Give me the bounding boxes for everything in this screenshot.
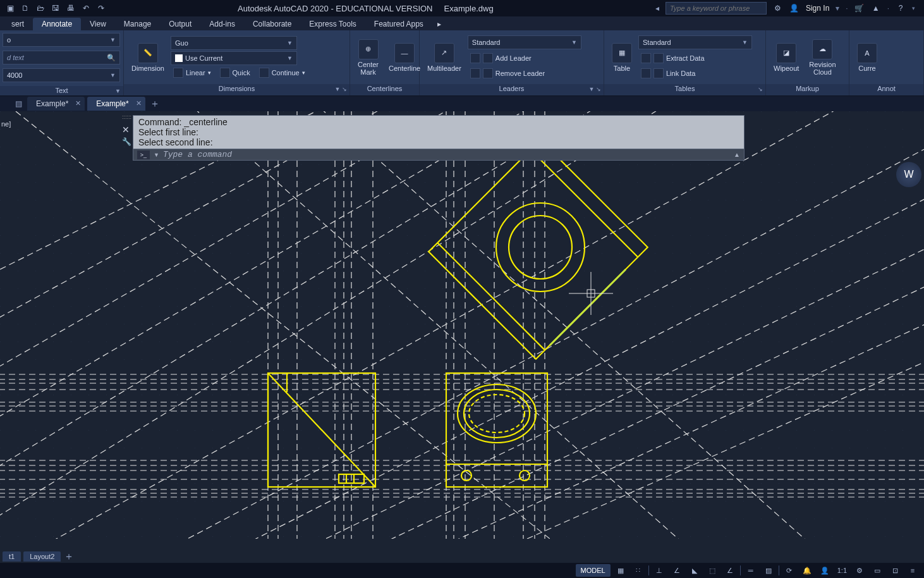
panel-markup: ◪Wipeout ☁Revision Cloud Markup bbox=[766, 30, 849, 95]
tab-insert[interactable]: sert bbox=[3, 18, 33, 30]
cart-icon[interactable]: 🛒 bbox=[854, 3, 865, 13]
app-icon[interactable]: ▣ bbox=[5, 3, 15, 13]
cmd-recent-icon[interactable]: ▼ bbox=[154, 152, 159, 158]
filetab-1[interactable]: Example*✕ bbox=[87, 97, 145, 111]
leader-style-dropdown[interactable]: Standard▼ bbox=[468, 35, 581, 49]
search-prev-icon[interactable]: ◂ bbox=[655, 4, 659, 13]
panel-dimensions-label[interactable]: Dimensions ▼ ↘ bbox=[124, 84, 350, 95]
ortho-icon[interactable]: ⊥ bbox=[652, 564, 667, 577]
lineweight-icon[interactable]: ═ bbox=[743, 564, 758, 577]
tab-play[interactable]: ▸ bbox=[432, 18, 446, 30]
grid-icon[interactable]: ▦ bbox=[613, 564, 628, 577]
add-leader-button[interactable]: Add Leader bbox=[468, 52, 581, 65]
leader-tool-a-icon[interactable] bbox=[470, 53, 480, 63]
centerline-button[interactable]: —Centerline bbox=[385, 42, 424, 73]
dimension-button[interactable]: 📏Dimension bbox=[128, 42, 168, 73]
clean-icon[interactable]: ⊡ bbox=[887, 564, 903, 577]
iso-icon[interactable]: ◣ bbox=[687, 564, 702, 577]
viewcube[interactable]: W bbox=[896, 162, 921, 187]
wipeout-button[interactable]: ◪Wipeout bbox=[770, 42, 803, 73]
menu-icon[interactable]: ≡ bbox=[905, 564, 920, 577]
close-icon[interactable]: ✕ bbox=[75, 99, 81, 108]
command-input[interactable]: Type a command bbox=[163, 150, 232, 159]
tab-collaborate[interactable]: Collaborate bbox=[244, 18, 300, 30]
find-icon[interactable]: 🔍 bbox=[107, 54, 116, 62]
gear-icon[interactable]: ⚙ bbox=[852, 564, 867, 577]
text-height-dropdown[interactable]: 4000▼ bbox=[3, 68, 120, 82]
drawing-canvas[interactable] bbox=[0, 111, 924, 539]
undo-icon[interactable]: ↶ bbox=[81, 3, 91, 13]
leader-tool-b-icon[interactable] bbox=[470, 68, 480, 78]
quick-button[interactable]: Quick bbox=[217, 66, 253, 79]
text-height-value: 4000 bbox=[7, 71, 22, 79]
text-style-dropdown[interactable]: o▼ bbox=[3, 33, 120, 47]
link-data-button[interactable]: Link Data bbox=[638, 67, 752, 80]
app-title: Autodesk AutoCAD 2020 - EDUCATIONAL VERS… bbox=[238, 4, 494, 13]
multileader-button[interactable]: ↗Multileader bbox=[423, 42, 465, 73]
layout-tabs: t1 Layout2 ＋ bbox=[0, 550, 75, 563]
layout-tab-1[interactable]: Layout2 bbox=[23, 551, 61, 562]
table-button[interactable]: ▦Table bbox=[608, 42, 636, 73]
command-input-bar[interactable]: >_ ▼ Type a command ▲ bbox=[133, 149, 745, 161]
revcloud-button[interactable]: ☁Revision Cloud bbox=[805, 38, 839, 77]
panel-leaders-label[interactable]: Leaders▼ ↘ bbox=[420, 84, 604, 95]
tab-annotate[interactable]: Annotate bbox=[33, 18, 81, 30]
config-cmd-icon[interactable]: 🔧 bbox=[122, 137, 131, 146]
print-icon[interactable]: 🖶 bbox=[66, 3, 76, 13]
find-text-input[interactable]: d text🔍 bbox=[3, 51, 120, 65]
linear-button[interactable]: Linear ▾ bbox=[171, 66, 214, 79]
otrack-icon[interactable]: ∠ bbox=[722, 564, 738, 577]
scale-display[interactable]: 1:1 bbox=[835, 564, 849, 577]
centermark-button[interactable]: ⊕Center Mark bbox=[354, 38, 382, 77]
command-history: ✕ 🔧 :::::: Command: _centerline Select f… bbox=[133, 115, 745, 149]
dim-layer-dropdown[interactable]: Use Current▼ bbox=[171, 51, 297, 65]
model-space-button[interactable]: MODEL bbox=[576, 564, 611, 577]
tab-manage[interactable]: Manage bbox=[115, 18, 160, 30]
customize-icon[interactable]: ▭ bbox=[870, 564, 885, 577]
infocenter-icon[interactable]: ⚙ bbox=[773, 3, 783, 13]
annomon-icon[interactable]: 🔔 bbox=[799, 564, 815, 577]
search-input[interactable] bbox=[666, 2, 767, 15]
grid-dots-icon[interactable]: ∷ bbox=[631, 564, 646, 577]
tab-output[interactable]: Output bbox=[160, 18, 200, 30]
remove-leader-button[interactable]: Remove Leader bbox=[468, 67, 581, 80]
table-style-dropdown[interactable]: Standard▼ bbox=[638, 35, 752, 49]
extract-data-button[interactable]: Extract Data bbox=[638, 52, 752, 65]
cmd-expand-icon[interactable]: ▲ bbox=[734, 151, 740, 158]
tab-featuredapps[interactable]: Featured Apps bbox=[365, 18, 432, 30]
wireframe-label[interactable]: ne] bbox=[1, 120, 11, 128]
help-icon[interactable]: ? bbox=[896, 3, 906, 13]
add-layout-button[interactable]: ＋ bbox=[63, 550, 75, 563]
addcurrent-button[interactable]: ACurre bbox=[853, 42, 881, 73]
continue-button[interactable]: Continue ▾ bbox=[257, 66, 308, 79]
tab-expresstools[interactable]: Express Tools bbox=[300, 18, 365, 30]
tab-addins[interactable]: Add-ins bbox=[200, 18, 244, 30]
panel-centerlines: ⊕Center Mark —Centerline Centerlines bbox=[350, 30, 420, 95]
redo-icon[interactable]: ↷ bbox=[96, 3, 106, 13]
ribbon: o▼ d text🔍 4000▼ Text ▼ 📏Dimension Guo▼ … bbox=[0, 30, 924, 96]
panel-text-label[interactable]: Text ▼ bbox=[0, 86, 123, 95]
transparency-icon[interactable]: ▨ bbox=[761, 564, 776, 577]
autodesk-icon[interactable]: ▲ bbox=[871, 3, 881, 13]
cycling-icon[interactable]: ⟳ bbox=[782, 564, 797, 577]
tab-view[interactable]: View bbox=[81, 18, 115, 30]
osnap-icon[interactable]: ⬚ bbox=[705, 564, 720, 577]
open-icon[interactable]: 🗁 bbox=[35, 3, 46, 13]
save-icon[interactable]: 🖫 bbox=[51, 3, 61, 13]
start-tab-icon[interactable]: ▤ bbox=[15, 99, 22, 108]
filetab-0[interactable]: Example*✕ bbox=[27, 97, 85, 111]
annoscale-icon[interactable]: 👤 bbox=[817, 564, 832, 577]
signin-button[interactable]: Sign In bbox=[806, 4, 829, 13]
table-tool-a-icon[interactable] bbox=[641, 53, 651, 63]
dim-style-dropdown[interactable]: Guo▼ bbox=[171, 36, 297, 50]
wipeout-icon: ◪ bbox=[776, 43, 796, 63]
panel-tables-label[interactable]: Tables↘ bbox=[604, 84, 765, 95]
user-icon[interactable]: 👤 bbox=[789, 3, 799, 13]
table-tool-b-icon[interactable] bbox=[641, 68, 651, 78]
close-cmd-icon[interactable]: ✕ bbox=[122, 125, 130, 135]
layout-tab-0[interactable]: t1 bbox=[3, 551, 21, 562]
close-icon[interactable]: ✕ bbox=[136, 99, 142, 108]
new-icon[interactable]: 🗋 bbox=[20, 3, 30, 13]
polar-icon[interactable]: ∠ bbox=[669, 564, 684, 577]
add-filetab-button[interactable]: ＋ bbox=[148, 97, 162, 111]
